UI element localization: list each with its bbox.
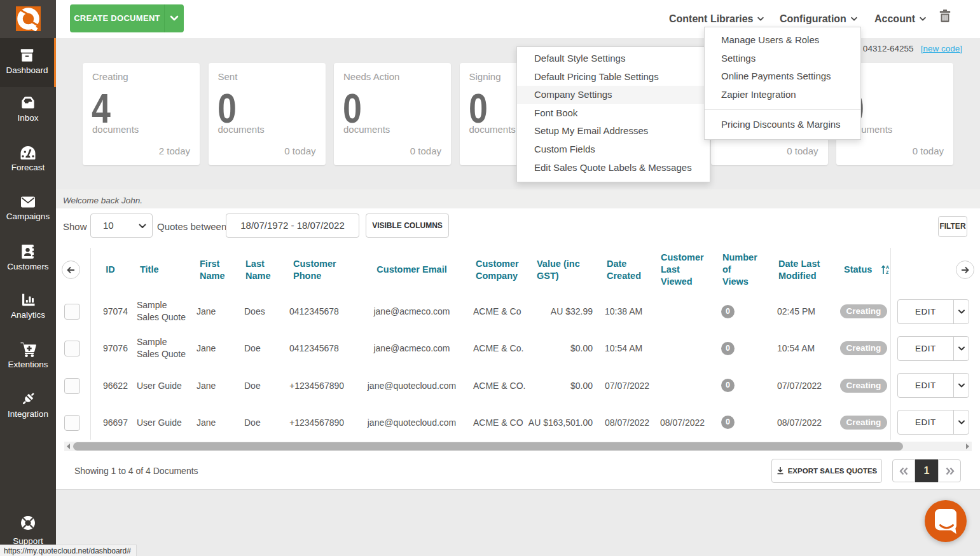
svg-text:Z: Z — [886, 270, 889, 275]
svg-text:A: A — [886, 265, 889, 269]
